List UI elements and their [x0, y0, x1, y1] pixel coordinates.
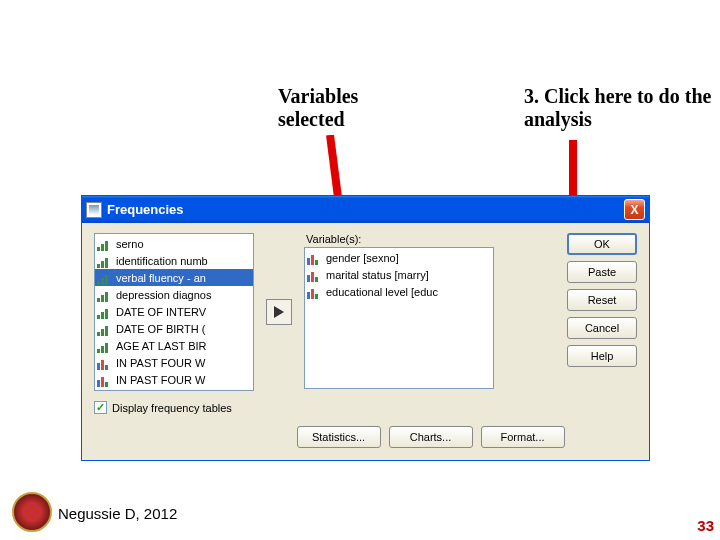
variables-label: Variable(s):	[304, 233, 557, 245]
nominal-var-icon	[97, 373, 113, 387]
scale-var-icon	[97, 305, 113, 319]
annotation-text: 3. Click here to do the analysis	[524, 85, 714, 131]
svg-marker-4	[274, 306, 284, 318]
window-icon	[86, 202, 102, 218]
selected-variable-list[interactable]: gender [sexno]marital status [marry]educ…	[304, 247, 494, 389]
list-item-label: educational level [educ	[326, 286, 438, 298]
nominal-var-icon	[97, 356, 113, 370]
close-icon: X	[630, 203, 638, 217]
list-item-label: IN PAST FOUR W	[116, 374, 205, 386]
cancel-button[interactable]: Cancel	[567, 317, 637, 339]
list-item-label: serno	[116, 238, 144, 250]
list-item[interactable]: AGE AT LAST BIR	[95, 337, 253, 354]
list-item[interactable]: DATE OF BIRTH (	[95, 320, 253, 337]
list-item-label: depression diagnos	[116, 289, 211, 301]
list-item-label: IN PAST FOUR W	[116, 357, 205, 369]
nominal-var-icon	[307, 285, 323, 299]
list-item-label: marital status [marry]	[326, 269, 429, 281]
list-item[interactable]: gender [sexno]	[305, 249, 493, 266]
list-item[interactable]: DATE OF INTERV	[95, 303, 253, 320]
display-freq-checkbox[interactable]: ✓	[94, 401, 107, 414]
list-item-label: DATE OF INTERV	[116, 306, 206, 318]
ok-button[interactable]: OK	[567, 233, 637, 255]
list-item[interactable]: educational level [educ	[305, 283, 493, 300]
annotation-text: Variables selected	[278, 85, 388, 131]
window-title: Frequencies	[107, 202, 624, 217]
university-logo	[12, 492, 52, 532]
scale-var-icon	[97, 288, 113, 302]
dialog-body: sernoidentification numbverbal fluency -…	[82, 223, 649, 460]
footer-author: Negussie D, 2012	[58, 505, 177, 522]
annotation-click-analysis: 3. Click here to do the analysis	[524, 85, 714, 131]
titlebar: Frequencies X	[82, 196, 649, 223]
help-button[interactable]: Help	[567, 345, 637, 367]
format-button[interactable]: Format...	[481, 426, 565, 448]
list-item-label: gender [sexno]	[326, 252, 399, 264]
nominal-var-icon	[307, 251, 323, 265]
move-right-button[interactable]	[266, 299, 292, 325]
statistics-button[interactable]: Statistics...	[297, 426, 381, 448]
list-item-label: identification numb	[116, 255, 208, 267]
list-item-label: DATE OF BIRTH (	[116, 323, 205, 335]
list-item[interactable]: identification numb	[95, 252, 253, 269]
scale-var-icon	[97, 271, 113, 285]
scale-var-icon	[97, 322, 113, 336]
list-item-label: verbal fluency - an	[116, 272, 206, 284]
frequencies-dialog: Frequencies X sernoidentification numbve…	[81, 195, 650, 461]
paste-button[interactable]: Paste	[567, 261, 637, 283]
close-button[interactable]: X	[624, 199, 645, 220]
scale-var-icon	[97, 237, 113, 251]
charts-button[interactable]: Charts...	[389, 426, 473, 448]
triangle-right-icon	[274, 306, 284, 318]
list-item[interactable]: IN PAST FOUR W	[95, 354, 253, 371]
list-item[interactable]: verbal fluency - an	[95, 269, 253, 286]
nominal-var-icon	[307, 268, 323, 282]
source-variable-list[interactable]: sernoidentification numbverbal fluency -…	[94, 233, 254, 391]
list-item[interactable]: serno	[95, 235, 253, 252]
list-item[interactable]: IN PAST FOUR W	[95, 371, 253, 388]
check-icon: ✓	[96, 402, 105, 413]
list-item[interactable]: depression diagnos	[95, 286, 253, 303]
list-item-label: AGE AT LAST BIR	[116, 340, 206, 352]
scale-var-icon	[97, 339, 113, 353]
annotation-variables-selected: Variables selected	[278, 85, 388, 131]
display-freq-label: Display frequency tables	[112, 402, 232, 414]
list-item[interactable]: marital status [marry]	[305, 266, 493, 283]
reset-button[interactable]: Reset	[567, 289, 637, 311]
scale-var-icon	[97, 254, 113, 268]
page-number: 33	[697, 517, 714, 534]
